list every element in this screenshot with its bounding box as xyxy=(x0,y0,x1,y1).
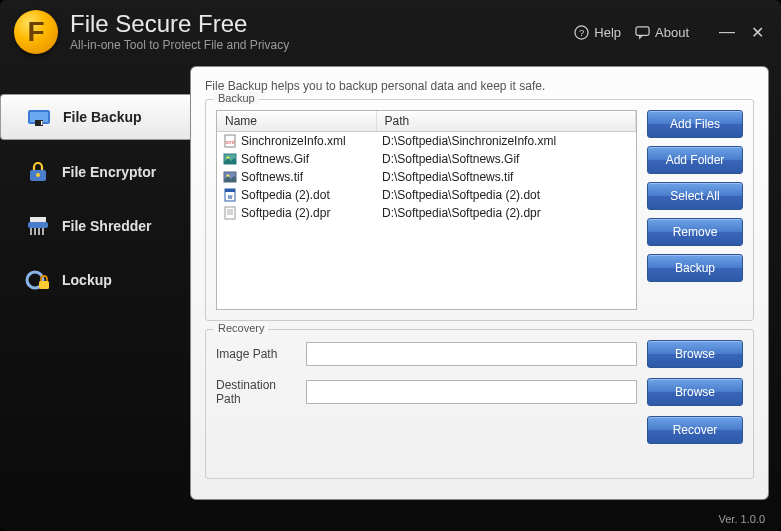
sidebar-item-lockup[interactable]: Lockup xyxy=(0,258,190,302)
svg-rect-16 xyxy=(39,281,49,289)
sidebar-item-file-shredder[interactable]: File Shredder xyxy=(0,204,190,248)
svg-point-8 xyxy=(36,173,40,177)
help-icon: ? xyxy=(574,25,589,40)
minimize-button[interactable]: — xyxy=(717,22,737,42)
about-label: About xyxy=(655,25,689,40)
svg-rect-26 xyxy=(225,207,235,219)
encryptor-icon xyxy=(24,160,52,184)
table-row[interactable]: Softpedia (2).dprD:\Softpedia\Softpedia … xyxy=(217,204,636,222)
backup-button[interactable]: Backup xyxy=(647,254,743,282)
speech-bubble-icon xyxy=(635,25,650,40)
destination-path-label: Destination Path xyxy=(216,378,296,406)
titlebar-right: ? Help About — ✕ xyxy=(574,22,767,42)
titlebar: F File Secure Free All-in-one Tool to Pr… xyxy=(0,0,781,60)
file-name: SinchronizeInfo.xml xyxy=(241,134,346,148)
file-name-cell: WSoftpedia (2).dot xyxy=(217,186,376,204)
sidebar-item-label: File Shredder xyxy=(62,218,151,234)
file-name-cell: Softnews.tif xyxy=(217,168,376,186)
app-logo: F xyxy=(14,10,58,54)
panel-description: File Backup helps you to backup personal… xyxy=(205,79,754,93)
table-row[interactable]: Softnews.tifD:\Softpedia\Softnews.tif xyxy=(217,168,636,186)
table-row[interactable]: WSoftpedia (2).dotD:\Softpedia\Softpedia… xyxy=(217,186,636,204)
file-path-cell: D:\Softpedia\Softnews.Gif xyxy=(376,150,635,168)
col-name[interactable]: Name xyxy=(217,111,376,132)
lockup-icon xyxy=(24,268,52,292)
sidebar-item-file-backup[interactable]: File Backup xyxy=(0,94,190,140)
file-table[interactable]: Name Path xmlSinchronizeInfo.xmlD:\Softp… xyxy=(216,110,637,310)
sidebar-item-label: File Encryptor xyxy=(62,164,156,180)
app-title: File Secure Free xyxy=(70,12,289,36)
select-all-button[interactable]: Select All xyxy=(647,182,743,210)
table-row[interactable]: Softnews.GifD:\Softpedia\Softnews.Gif xyxy=(217,150,636,168)
image-path-row: Image Path Browse xyxy=(216,340,743,368)
close-button[interactable]: ✕ xyxy=(747,22,767,42)
table-header-row: Name Path xyxy=(217,111,636,132)
image-path-input[interactable] xyxy=(306,342,637,366)
svg-text:xml: xml xyxy=(225,139,234,145)
svg-rect-10 xyxy=(30,217,46,222)
backup-icon xyxy=(25,105,53,129)
add-folder-button[interactable]: Add Folder xyxy=(647,146,743,174)
browse-destination-button[interactable]: Browse xyxy=(647,378,743,406)
file-path-cell: D:\Softpedia\Softpedia (2).dot xyxy=(376,186,635,204)
svg-text:W: W xyxy=(228,194,233,200)
version-label: Ver. 1.0.0 xyxy=(719,513,765,525)
file-icon xyxy=(223,170,237,184)
image-path-label: Image Path xyxy=(216,347,296,361)
window-controls: — ✕ xyxy=(717,22,767,42)
file-name-cell: Softpedia (2).dpr xyxy=(217,204,376,222)
destination-path-row: Destination Path Browse xyxy=(216,378,743,406)
svg-text:?: ? xyxy=(579,28,584,38)
file-icon xyxy=(223,206,237,220)
file-icon: W xyxy=(223,188,237,202)
file-name-cell: Softnews.Gif xyxy=(217,150,376,168)
file-name: Softnews.tif xyxy=(241,170,303,184)
main-panel: File Backup helps you to backup personal… xyxy=(190,66,769,500)
svg-rect-24 xyxy=(225,189,235,192)
file-path-cell: D:\Softpedia\Softnews.tif xyxy=(376,168,635,186)
file-path-cell: D:\Softpedia\Softpedia (2).dpr xyxy=(376,204,635,222)
recover-button[interactable]: Recover xyxy=(647,416,743,444)
destination-path-input[interactable] xyxy=(306,380,637,404)
sidebar: File Backup File Encryptor File Shredder… xyxy=(0,66,190,500)
sidebar-item-file-encryptor[interactable]: File Encryptor xyxy=(0,150,190,194)
sidebar-item-label: File Backup xyxy=(63,109,142,125)
body-row: File Backup File Encryptor File Shredder… xyxy=(0,60,781,500)
help-link[interactable]: ? Help xyxy=(574,25,621,40)
svg-rect-9 xyxy=(28,222,48,228)
file-icon xyxy=(223,152,237,166)
backup-button-column: Add Files Add Folder Select All Remove B… xyxy=(647,110,743,310)
recovery-group-title: Recovery xyxy=(214,322,268,334)
file-name-cell: xmlSinchronizeInfo.xml xyxy=(217,132,376,150)
file-path-cell: D:\Softpedia\SinchronizeInfo.xml xyxy=(376,132,635,151)
table-row[interactable]: xmlSinchronizeInfo.xmlD:\Softpedia\Sinch… xyxy=(217,132,636,151)
app-window: F File Secure Free All-in-one Tool to Pr… xyxy=(0,0,781,531)
help-label: Help xyxy=(594,25,621,40)
col-path[interactable]: Path xyxy=(376,111,635,132)
browse-image-button[interactable]: Browse xyxy=(647,340,743,368)
app-subtitle: All-in-one Tool to Protect File and Priv… xyxy=(70,38,289,52)
file-name: Softpedia (2).dot xyxy=(241,188,330,202)
app-title-block: File Secure Free All-in-one Tool to Prot… xyxy=(70,12,289,52)
file-name: Softpedia (2).dpr xyxy=(241,206,330,220)
file-name: Softnews.Gif xyxy=(241,152,309,166)
file-icon: xml xyxy=(223,134,237,148)
svg-rect-6 xyxy=(41,121,43,125)
recovery-group: Recovery Image Path Browse Destination P… xyxy=(205,329,754,479)
shredder-icon xyxy=(24,214,52,238)
about-link[interactable]: About xyxy=(635,25,689,40)
backup-group-title: Backup xyxy=(214,92,259,104)
sidebar-item-label: Lockup xyxy=(62,272,112,288)
svg-rect-2 xyxy=(636,26,649,34)
backup-group: Backup Name Path xmlSinchronizeInfo.xmlD… xyxy=(205,99,754,321)
add-files-button[interactable]: Add Files xyxy=(647,110,743,138)
remove-button[interactable]: Remove xyxy=(647,218,743,246)
